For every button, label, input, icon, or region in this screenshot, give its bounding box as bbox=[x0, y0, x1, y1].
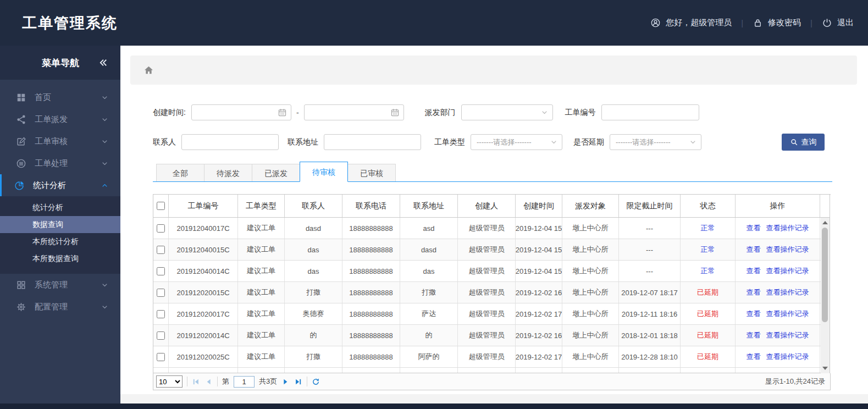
calendar-icon[interactable] bbox=[390, 108, 400, 117]
chevron-down-icon bbox=[101, 303, 108, 311]
scrollbar-track[interactable] bbox=[821, 218, 830, 373]
delay-value: -------请选择------- bbox=[616, 137, 671, 147]
order-no-input[interactable] bbox=[602, 108, 699, 117]
create-time-start-input[interactable] bbox=[192, 108, 278, 117]
scroll-down-icon[interactable] bbox=[822, 367, 828, 370]
cell-address: das bbox=[400, 261, 458, 281]
view-link[interactable]: 查看 bbox=[747, 352, 761, 362]
view-link[interactable]: 查看 bbox=[747, 266, 761, 276]
view-log-link[interactable]: 查看操作记录 bbox=[766, 309, 809, 319]
view-link[interactable]: 查看 bbox=[747, 223, 761, 233]
partial-cell bbox=[458, 368, 516, 373]
prev-page-button[interactable] bbox=[204, 378, 213, 386]
sidebar-subitem[interactable]: 数据查询 bbox=[0, 216, 120, 233]
view-log-link[interactable]: 查看操作记录 bbox=[766, 330, 809, 340]
first-page-button[interactable] bbox=[192, 378, 200, 386]
chevron-down-icon bbox=[101, 281, 108, 289]
cell-created: 2019-12-02 16 bbox=[516, 325, 562, 346]
view-link[interactable]: 查看 bbox=[747, 330, 761, 340]
cell-status: 已延期 bbox=[681, 325, 736, 346]
refresh-button[interactable] bbox=[312, 378, 320, 386]
power-icon bbox=[822, 18, 832, 28]
sidebar-subitem[interactable]: 本所统计分析 bbox=[0, 233, 120, 250]
sidebar-item-5[interactable]: 系统管理 bbox=[0, 274, 120, 296]
row-checkbox-cell bbox=[153, 325, 169, 346]
scrollbar-thumb[interactable] bbox=[822, 228, 828, 322]
table-row: 201912020015C建议工单打撒18888888888打撒超级管理员201… bbox=[153, 282, 821, 303]
order-type-select[interactable]: -------请选择------- bbox=[471, 134, 562, 150]
partial-cell bbox=[619, 368, 681, 373]
sidebar-item-label: 工单派发 bbox=[35, 114, 68, 125]
view-log-link[interactable]: 查看操作记录 bbox=[766, 352, 809, 362]
view-link[interactable]: 查看 bbox=[747, 288, 761, 297]
partial-table-row bbox=[153, 368, 821, 373]
home-icon[interactable] bbox=[143, 65, 154, 75]
partial-cell bbox=[562, 368, 619, 373]
search-button[interactable]: 查询 bbox=[782, 134, 825, 151]
sidebar-item-2[interactable]: 工单审核 bbox=[0, 130, 120, 152]
cell-created: 2019-12-02 16 bbox=[516, 282, 562, 303]
sidebar-item-6[interactable]: 配置管理 bbox=[0, 296, 120, 318]
orders-table: 工单编号工单类型联系人联系电话联系地址创建人创建时间派发对象限定截止时间状态操作… bbox=[153, 194, 831, 373]
user-greeting[interactable]: 您好，超级管理员 bbox=[650, 18, 732, 28]
cell-phone: 18888888888 bbox=[342, 303, 400, 324]
calendar-icon[interactable] bbox=[278, 108, 287, 117]
row-checkbox[interactable] bbox=[157, 246, 165, 254]
row-checkbox[interactable] bbox=[157, 310, 165, 318]
view-log-link[interactable]: 查看操作记录 bbox=[766, 245, 809, 255]
sidebar-item-4[interactable]: 统计分析 bbox=[0, 174, 120, 196]
tab-2[interactable]: 已派发 bbox=[252, 164, 300, 181]
change-password-link[interactable]: 修改密码 bbox=[753, 18, 801, 28]
sidebar-item-0[interactable]: 首页 bbox=[0, 86, 120, 108]
table-row: 201912020017C建议工单奥德赛18888888888萨达超级管理员20… bbox=[153, 303, 821, 325]
dispatch-dept-select[interactable] bbox=[461, 104, 553, 120]
chevron-down-icon bbox=[689, 139, 696, 146]
tab-0[interactable]: 全部 bbox=[156, 164, 204, 181]
cell-no: 201912020025C bbox=[169, 346, 238, 367]
scroll-up-icon[interactable] bbox=[822, 221, 828, 224]
logout-link[interactable]: 退出 bbox=[822, 18, 854, 28]
view-log-link[interactable]: 查看操作记录 bbox=[766, 223, 809, 233]
collapse-sidebar-icon[interactable] bbox=[98, 58, 108, 68]
row-checkbox[interactable] bbox=[157, 331, 165, 340]
column-header-3: 联系电话 bbox=[342, 195, 400, 217]
page-prefix-label: 第 bbox=[222, 377, 229, 386]
tab-1[interactable]: 待派发 bbox=[204, 164, 252, 181]
page-size-select[interactable]: 10 bbox=[156, 375, 183, 388]
header-divider: | bbox=[741, 18, 743, 27]
sidebar-item-1[interactable]: 工单派发 bbox=[0, 108, 120, 130]
address-input[interactable] bbox=[324, 138, 421, 146]
view-link[interactable]: 查看 bbox=[747, 245, 761, 255]
chevron-down-icon bbox=[550, 139, 557, 146]
select-all-checkbox[interactable] bbox=[157, 202, 165, 210]
cell-creator: 超级管理员 bbox=[458, 303, 516, 324]
tab-4[interactable]: 已审核 bbox=[347, 164, 396, 181]
sidebar-submenu: 统计分析数据查询本所统计分析本所数据查询 bbox=[0, 196, 120, 274]
contact-input[interactable] bbox=[182, 138, 278, 146]
delay-select[interactable]: -------请选择------- bbox=[610, 134, 701, 150]
cell-created: 2019-12-04 15 bbox=[516, 218, 562, 239]
cell-type: 建议工单 bbox=[238, 282, 285, 303]
view-link[interactable]: 查看 bbox=[747, 309, 761, 319]
column-header-2: 联系人 bbox=[285, 195, 342, 217]
scrollbar-header-cell bbox=[821, 195, 830, 218]
main-content: 创建时间: - 派发部门 工单编号 bbox=[120, 46, 868, 404]
sidebar-subitem[interactable]: 本所数据查询 bbox=[0, 250, 120, 267]
current-page-input[interactable] bbox=[234, 376, 255, 388]
tab-3[interactable]: 待审核 bbox=[300, 162, 348, 182]
last-page-button[interactable] bbox=[294, 378, 302, 386]
cell-status: 正常 bbox=[681, 261, 736, 281]
row-checkbox[interactable] bbox=[157, 267, 165, 275]
create-time-end-input[interactable] bbox=[305, 108, 390, 117]
sidebar-subitem[interactable]: 统计分析 bbox=[0, 199, 120, 216]
row-checkbox[interactable] bbox=[157, 224, 165, 233]
row-checkbox[interactable] bbox=[157, 353, 165, 361]
next-page-button[interactable] bbox=[281, 378, 290, 386]
sidebar-item-3[interactable]: 工单处理 bbox=[0, 152, 120, 174]
view-log-link[interactable]: 查看操作记录 bbox=[766, 266, 809, 276]
partial-cell bbox=[238, 368, 285, 373]
cell-actions: 查看查看操作记录 bbox=[736, 325, 820, 346]
row-checkbox[interactable] bbox=[157, 289, 165, 297]
view-log-link[interactable]: 查看操作记录 bbox=[766, 288, 809, 297]
cell-status: 已延期 bbox=[681, 303, 736, 324]
